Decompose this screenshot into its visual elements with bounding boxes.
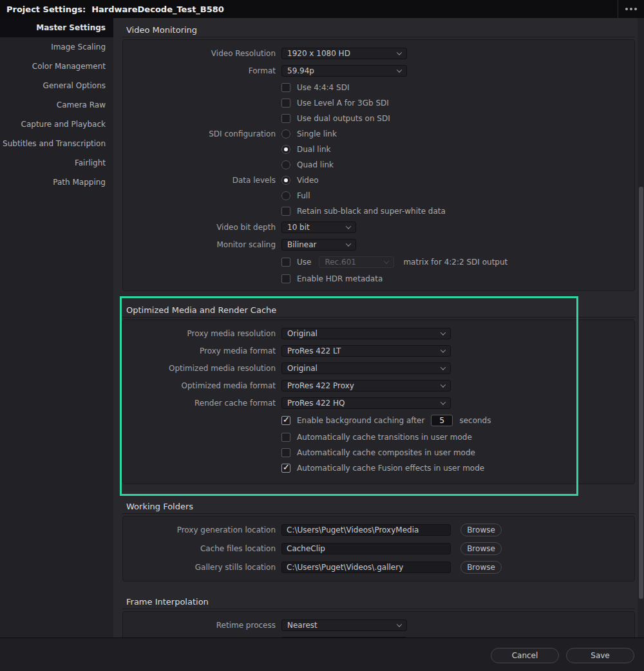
- checkbox-cache-transitions[interactable]: [281, 433, 290, 442]
- optimized-media-panel: Proxy media resolution Original Proxy me…: [122, 319, 635, 484]
- radio-data-levels-full[interactable]: [281, 191, 290, 200]
- caching-seconds-suffix: seconds: [459, 416, 491, 425]
- sidebar: Master Settings Image Scaling Color Mana…: [0, 18, 113, 638]
- checkbox-label: Use dual outputs on SDI: [297, 114, 390, 123]
- checkbox-use-level-a[interactable]: [281, 99, 290, 108]
- video-resolution-dropdown[interactable]: 1920 x 1080 HD: [281, 48, 407, 59]
- field-label: Render cache format: [123, 399, 276, 408]
- monitor-scaling-row: Monitor scaling Bilinear: [123, 239, 634, 250]
- checkbox-retain-sub-black[interactable]: [281, 207, 290, 216]
- chevron-down-icon: [346, 223, 351, 229]
- cancel-button[interactable]: Cancel: [491, 648, 559, 663]
- caching-seconds-input[interactable]: [431, 415, 453, 426]
- video-bit-depth-dropdown[interactable]: 10 bit: [281, 222, 356, 233]
- browse-button-cache-files[interactable]: Browse: [460, 542, 502, 555]
- chevron-down-icon: [440, 399, 446, 404]
- checkbox-use-dual-outputs[interactable]: [281, 114, 290, 123]
- field-label: Optimized media resolution: [123, 364, 276, 373]
- checkbox-label: Use: [297, 258, 311, 267]
- section-title-frame-interpolation: Frame Interpolation: [122, 596, 635, 609]
- matrix-suffix-label: matrix for 4:2:2 SDI output: [403, 258, 507, 267]
- checkbox-use-matrix[interactable]: [281, 258, 290, 267]
- checkbox-cache-fusion[interactable]: [281, 464, 290, 473]
- proxy-generation-location-input[interactable]: [281, 524, 451, 536]
- field-label: Proxy generation location: [123, 525, 276, 534]
- sdi-single-link-row: SDI configuration Single link: [123, 129, 634, 139]
- options-menu-button[interactable]: [618, 0, 644, 18]
- use-matrix-row: Use Rec.601 matrix for 4:2:2 SDI output: [123, 256, 634, 268]
- retime-process-row: Retime process Nearest: [123, 619, 634, 631]
- checkbox-cache-composites[interactable]: [281, 448, 290, 457]
- video-resolution-row: Video Resolution 1920 x 1080 HD: [123, 48, 634, 59]
- matrix-dropdown: Rec.601: [319, 256, 394, 268]
- browse-button-gallery-stills[interactable]: Browse: [460, 561, 502, 574]
- use-dual-outputs-row: Use dual outputs on SDI: [123, 113, 634, 124]
- section-title-optimized-media: Optimized Media and Render Cache: [122, 305, 635, 317]
- radio-dual-link[interactable]: [281, 145, 290, 154]
- sdi-quad-link-row: Quad link: [123, 160, 634, 170]
- radio-label: Dual link: [297, 145, 331, 154]
- optimized-media-resolution-dropdown[interactable]: Original: [281, 363, 451, 374]
- field-label: Video Resolution: [123, 49, 276, 58]
- dropdown-value: 1920 x 1080 HD: [287, 49, 350, 58]
- render-cache-format-dropdown[interactable]: ProRes 422 HQ: [281, 397, 451, 409]
- sidebar-item-capture-and-playback[interactable]: Capture and Playback: [0, 115, 113, 134]
- chevron-down-icon: [397, 67, 402, 72]
- gallery-stills-location-input[interactable]: [281, 562, 451, 573]
- sidebar-item-master-settings[interactable]: Master Settings: [0, 18, 113, 37]
- checkbox-label: Automatically cache composites in user m…: [297, 448, 475, 457]
- data-levels-video-row: Data levels Video: [123, 175, 634, 185]
- proxy-generation-location-row: Proxy generation location Browse: [123, 524, 634, 536]
- window-title: Project Settings: HardwareDecode_Test_B5…: [0, 5, 224, 14]
- optimized-media-format-dropdown[interactable]: ProRes 422 Proxy: [281, 380, 451, 392]
- sidebar-item-fairlight[interactable]: Fairlight: [0, 153, 113, 173]
- format-dropdown[interactable]: 59.94p: [281, 65, 407, 77]
- render-cache-format-row: Render cache format ProRes 422 HQ: [123, 397, 634, 409]
- sidebar-item-subtitles-and-transcription[interactable]: Subtitles and Transcription: [0, 134, 113, 153]
- browse-button-proxy-generation[interactable]: Browse: [460, 524, 502, 536]
- optimized-media-resolution-row: Optimized media resolution Original: [123, 363, 634, 374]
- radio-data-levels-video[interactable]: [281, 176, 290, 185]
- radio-quad-link[interactable]: [281, 160, 290, 169]
- radio-label: Full: [297, 191, 310, 200]
- cache-files-location-row: Cache files location Browse: [123, 542, 634, 555]
- checkbox-label: Use 4:4:4 SDI: [297, 83, 349, 92]
- checkbox-label: Automatically cache Fusion effects in us…: [297, 464, 484, 473]
- settings-content: Video Monitoring Video Resolution 1920 x…: [113, 18, 644, 638]
- section-title-video-monitoring: Video Monitoring: [122, 24, 635, 37]
- chevron-down-icon: [397, 50, 402, 55]
- dropdown-value: 10 bit: [287, 223, 310, 232]
- sidebar-item-general-options[interactable]: General Options: [0, 76, 113, 95]
- field-label: Proxy media resolution: [123, 329, 276, 338]
- checkbox-enable-hdr[interactable]: [281, 274, 290, 283]
- proxy-media-resolution-dropdown[interactable]: Original: [281, 328, 451, 339]
- sidebar-item-color-management[interactable]: Color Management: [0, 57, 113, 76]
- checkbox-label: Enable HDR metadata: [297, 274, 383, 283]
- checkbox-background-caching[interactable]: [281, 416, 290, 425]
- sidebar-item-image-scaling[interactable]: Image Scaling: [0, 37, 113, 57]
- monitor-scaling-dropdown[interactable]: Bilinear: [281, 239, 356, 250]
- save-button[interactable]: Save: [566, 648, 634, 663]
- sidebar-item-camera-raw[interactable]: Camera Raw: [0, 95, 113, 115]
- chevron-down-icon: [384, 258, 389, 263]
- format-row: Format 59.94p: [123, 65, 634, 77]
- cache-transitions-row: Automatically cache transitions in user …: [123, 432, 634, 442]
- use-444-sdi-row: Use 4:4:4 SDI: [123, 82, 634, 93]
- dropdown-value: Nearest: [287, 621, 317, 630]
- radio-single-link[interactable]: [281, 129, 290, 138]
- video-monitoring-panel: Video Resolution 1920 x 1080 HD Format 5…: [122, 39, 635, 291]
- proxy-media-format-dropdown[interactable]: ProRes 422 LT: [281, 345, 451, 357]
- retime-process-dropdown[interactable]: Nearest: [281, 619, 407, 631]
- scrollbar[interactable]: [638, 18, 644, 638]
- dropdown-value: ProRes 422 HQ: [287, 399, 345, 408]
- field-label: SDI configuration: [123, 129, 276, 138]
- checkbox-label: Enable background caching after: [297, 416, 424, 425]
- field-label: Video bit depth: [123, 223, 276, 232]
- cache-files-location-input[interactable]: [281, 543, 451, 554]
- field-label: Optimized media format: [123, 381, 276, 390]
- sidebar-item-path-mapping[interactable]: Path Mapping: [0, 173, 113, 192]
- scrollbar-thumb[interactable]: [639, 187, 643, 599]
- dropdown-value: Original: [287, 329, 317, 338]
- working-folders-panel: Proxy generation location Browse Cache f…: [122, 516, 635, 581]
- checkbox-use-444-sdi[interactable]: [281, 83, 290, 92]
